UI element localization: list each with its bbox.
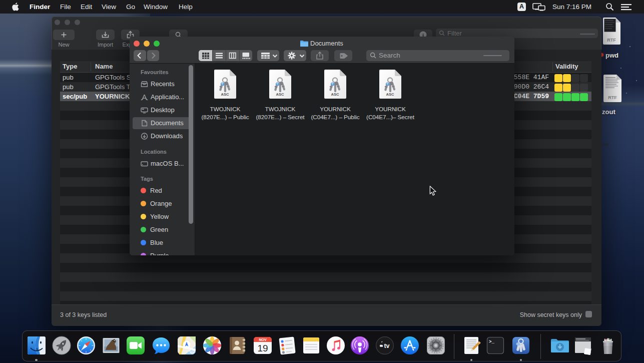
svg-text:RTF: RTF	[607, 38, 616, 43]
svg-text:ASC: ASC	[331, 92, 339, 97]
svg-text:3D: 3D	[190, 350, 194, 353]
svg-text:19: 19	[257, 343, 268, 353]
svg-text:RTF: RTF	[608, 95, 617, 100]
svg-text:tv: tv	[384, 342, 389, 349]
svg-text:ASC: ASC	[221, 92, 229, 97]
svg-text:ASC: ASC	[276, 92, 284, 97]
svg-text:>_: >_	[489, 339, 494, 344]
svg-text:ASC: ASC	[386, 92, 394, 97]
svg-text:NOV: NOV	[259, 338, 267, 341]
